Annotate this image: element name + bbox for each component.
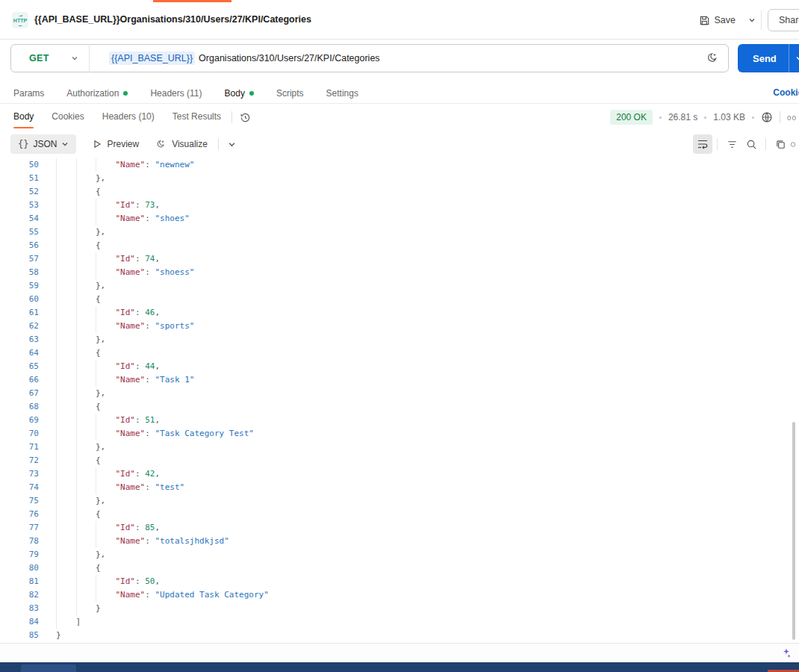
line-number[interactable]: 68 — [0, 400, 39, 414]
line-number[interactable]: 59 — [0, 279, 39, 293]
response-time[interactable]: 26.81 s — [668, 112, 697, 122]
url-input[interactable]: {{API_BASE_URL}} Organisations/310/Users… — [90, 52, 706, 65]
response-tab-test-results[interactable]: Test Results — [172, 107, 221, 128]
line-number[interactable]: 60 — [0, 293, 39, 306]
indent-guide — [76, 535, 96, 548]
http-icon-label: HTTP — [13, 18, 27, 23]
code-line: 75}, — [0, 494, 799, 508]
postbot-sparkle-icon[interactable] — [706, 52, 719, 65]
line-number[interactable]: 53 — [0, 199, 39, 212]
json-token-p: , — [155, 360, 161, 373]
code-line: 63}, — [0, 333, 799, 346]
line-number[interactable]: 78 — [0, 535, 39, 548]
line-number[interactable]: 84 — [0, 615, 39, 629]
json-token-s: "Task Category Test" — [155, 427, 254, 441]
response-tab-body[interactable]: Body — [13, 107, 34, 128]
save-button[interactable]: Save — [699, 10, 736, 30]
filter-button[interactable] — [722, 134, 742, 154]
line-number[interactable]: 70 — [0, 427, 39, 441]
line-number[interactable]: 58 — [0, 266, 39, 279]
line-content: }, — [56, 225, 105, 239]
response-body-json[interactable]: 50"Name": "newnew"51},52{53"Id": 73,54"N… — [0, 158, 799, 644]
json-token-s: "totalsjhdkjsd" — [155, 535, 229, 548]
line-number[interactable]: 61 — [0, 306, 39, 320]
request-tab-authorization[interactable]: Authorization — [66, 88, 128, 99]
line-number[interactable]: 66 — [0, 373, 39, 387]
line-number[interactable]: 51 — [0, 172, 39, 185]
line-number[interactable]: 54 — [0, 212, 39, 225]
line-number[interactable]: 83 — [0, 602, 39, 615]
indent-guide — [96, 212, 116, 225]
url-variable-chip[interactable]: {{API_BASE_URL}} — [109, 52, 195, 65]
vertical-scrollbar[interactable] — [792, 422, 795, 640]
line-number[interactable]: 69 — [0, 414, 39, 427]
line-number[interactable]: 56 — [0, 239, 39, 252]
line-number[interactable]: 50 — [0, 158, 39, 172]
line-number[interactable]: 85 — [0, 629, 39, 642]
http-method-icon: ⇀ HTTP ↽ — [12, 12, 28, 28]
line-number[interactable]: 79 — [0, 548, 39, 561]
line-number[interactable]: 67 — [0, 387, 39, 400]
method-selector[interactable]: GET — [11, 53, 89, 63]
indent-guide — [76, 521, 96, 535]
line-number[interactable]: 77 — [0, 521, 39, 535]
line-number[interactable]: 64 — [0, 346, 39, 360]
wrap-text-button[interactable] — [693, 134, 712, 154]
cookies-link[interactable]: Cookies — [773, 87, 799, 98]
line-number[interactable]: 75 — [0, 494, 39, 508]
line-number[interactable]: 57 — [0, 252, 39, 266]
bottom-bar-active-item[interactable] — [21, 665, 76, 672]
line-number[interactable]: 80 — [0, 561, 39, 575]
clean-button-clipped[interactable] — [790, 134, 796, 154]
viewer-more-chevron-icon[interactable] — [228, 140, 236, 149]
status-badge[interactable]: 200 OK — [610, 110, 653, 125]
line-content: ] — [56, 615, 81, 629]
visualize-button[interactable]: Visualize — [155, 139, 208, 150]
request-tab-scripts[interactable]: Scripts — [276, 88, 304, 99]
line-number[interactable]: 74 — [0, 481, 39, 494]
line-number[interactable]: 82 — [0, 588, 39, 602]
json-token-p: , — [155, 467, 161, 481]
postbot-floating-icon[interactable] — [780, 647, 793, 660]
line-content: "Name": "Task 1" — [56, 373, 194, 387]
json-token-p: : — [145, 481, 155, 494]
line-content: "Name": "shoes" — [56, 212, 190, 225]
indent-guide — [96, 427, 116, 441]
preview-button[interactable]: Preview — [93, 139, 139, 149]
line-number[interactable]: 62 — [0, 320, 39, 333]
response-tab-headers-10-[interactable]: Headers (10) — [102, 107, 155, 128]
save-options-chevron-icon[interactable] — [748, 10, 756, 30]
line-number[interactable]: 71 — [0, 441, 39, 454]
line-number[interactable]: 52 — [0, 185, 39, 199]
json-token-s: "newnew" — [155, 158, 195, 172]
request-tab-settings[interactable]: Settings — [326, 88, 358, 99]
indent-guide — [76, 548, 96, 561]
line-number[interactable]: 65 — [0, 360, 39, 373]
response-tab-cookies[interactable]: Cookies — [52, 107, 84, 128]
request-tab-params[interactable]: Params — [13, 88, 44, 99]
line-number[interactable]: 73 — [0, 467, 39, 481]
search-button[interactable] — [742, 134, 761, 154]
indent-guide — [96, 521, 116, 535]
response-size[interactable]: 1.03 KB — [713, 112, 745, 122]
line-number[interactable]: 81 — [0, 575, 39, 588]
indent-guide — [56, 588, 76, 602]
share-button[interactable]: Share — [768, 9, 799, 31]
send-button[interactable]: Send — [738, 44, 799, 72]
network-globe-icon[interactable] — [761, 111, 773, 123]
request-tab-label: Scripts — [276, 88, 304, 99]
request-tab-body[interactable]: Body — [225, 88, 254, 99]
indent-guide — [56, 481, 76, 494]
indent-guide — [76, 360, 96, 373]
response-history-icon[interactable] — [240, 112, 251, 123]
indent-guide — [56, 373, 76, 387]
line-number[interactable]: 55 — [0, 225, 39, 239]
save-response-clipped[interactable]: oo — [787, 113, 798, 122]
send-options-chevron-icon[interactable] — [789, 44, 799, 72]
copy-button[interactable] — [771, 134, 790, 154]
line-number[interactable]: 72 — [0, 454, 39, 467]
request-tab-headers-11-[interactable]: Headers (11) — [150, 88, 202, 99]
format-selector[interactable]: {} JSON — [10, 134, 76, 154]
line-number[interactable]: 76 — [0, 508, 39, 521]
line-number[interactable]: 63 — [0, 333, 39, 346]
